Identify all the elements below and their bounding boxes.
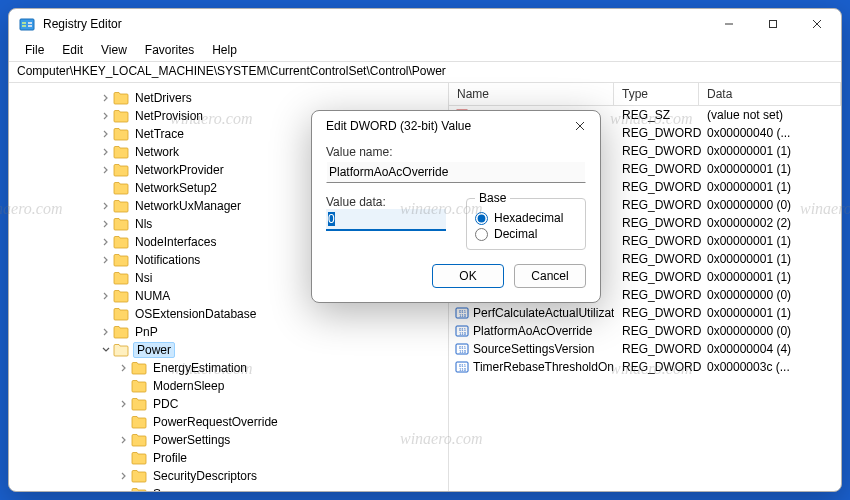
chevron-right-icon[interactable] xyxy=(99,328,113,336)
chevron-right-icon[interactable] xyxy=(99,238,113,246)
tree-item-securitydescriptors[interactable]: SecurityDescriptors xyxy=(9,467,448,485)
ok-button[interactable]: OK xyxy=(432,264,504,288)
menu-file[interactable]: File xyxy=(17,41,52,59)
folder-icon xyxy=(131,451,147,465)
value-type: REG_DWORD xyxy=(614,180,699,194)
chevron-down-icon[interactable] xyxy=(99,346,113,354)
chevron-right-icon[interactable] xyxy=(99,130,113,138)
chevron-right-icon[interactable] xyxy=(117,364,131,372)
dialog-close-button[interactable] xyxy=(566,114,594,138)
value-row[interactable]: 011110TimerRebaseThresholdOnDr...REG_DWO… xyxy=(449,358,841,376)
value-data-input[interactable] xyxy=(326,209,446,231)
tree-item-sync[interactable]: Sync xyxy=(9,485,448,491)
chevron-right-icon[interactable] xyxy=(117,400,131,408)
tree-item-label: Notifications xyxy=(133,253,202,267)
tree-item-label: PnP xyxy=(133,325,160,339)
value-type: REG_DWORD xyxy=(614,288,699,302)
binary-value-icon: 011110 xyxy=(455,342,469,356)
minimize-button[interactable] xyxy=(707,10,751,38)
tree-item-energyestimation[interactable]: EnergyEstimation xyxy=(9,359,448,377)
value-data: 0x00000000 (0) xyxy=(699,324,841,338)
value-name-label: Value name: xyxy=(326,145,586,159)
value-data: (value not set) xyxy=(699,108,841,122)
folder-icon xyxy=(113,145,129,159)
menu-help[interactable]: Help xyxy=(204,41,245,59)
chevron-right-icon[interactable] xyxy=(99,256,113,264)
value-row[interactable]: 011110SourceSettingsVersionREG_DWORD0x00… xyxy=(449,340,841,358)
folder-icon xyxy=(113,163,129,177)
tree-item-label: NUMA xyxy=(133,289,172,303)
tree-item-pdc[interactable]: PDC xyxy=(9,395,448,413)
value-name: SourceSettingsVersion xyxy=(473,342,594,356)
folder-icon xyxy=(113,217,129,231)
tree-item-profile[interactable]: Profile xyxy=(9,449,448,467)
chevron-right-icon[interactable] xyxy=(99,292,113,300)
tree-item-power[interactable]: Power xyxy=(9,341,448,359)
value-type: REG_SZ xyxy=(614,108,699,122)
value-data: 0x00000001 (1) xyxy=(699,162,841,176)
chevron-right-icon[interactable] xyxy=(117,436,131,444)
value-type: REG_DWORD xyxy=(614,144,699,158)
chevron-right-icon[interactable] xyxy=(99,94,113,102)
chevron-right-icon[interactable] xyxy=(99,112,113,120)
chevron-right-icon[interactable] xyxy=(99,148,113,156)
svg-text:110: 110 xyxy=(459,349,467,354)
tree-item-osextensiondatabase[interactable]: OSExtensionDatabase xyxy=(9,305,448,323)
value-data: 0x00000000 (0) xyxy=(699,198,841,212)
tree-item-modernsleep[interactable]: ModernSleep xyxy=(9,377,448,395)
value-name-field[interactable]: PlatformAoAcOverride xyxy=(326,161,586,183)
folder-icon xyxy=(113,91,129,105)
col-name-header[interactable]: Name xyxy=(449,83,614,105)
maximize-button[interactable] xyxy=(751,10,795,38)
svg-text:110: 110 xyxy=(459,367,467,372)
close-button[interactable] xyxy=(795,10,839,38)
chevron-right-icon[interactable] xyxy=(99,202,113,210)
tree-item-powerrequestoverride[interactable]: PowerRequestOverride xyxy=(9,413,448,431)
folder-icon xyxy=(113,307,129,321)
value-data: 0x00000001 (1) xyxy=(699,306,841,320)
svg-text:110: 110 xyxy=(459,331,467,336)
menubar: File Edit View Favorites Help xyxy=(9,39,841,61)
tree-item-pnp[interactable]: PnP xyxy=(9,323,448,341)
tree-item-label: NetworkSetup2 xyxy=(133,181,219,195)
folder-icon xyxy=(113,253,129,267)
folder-icon xyxy=(113,289,129,303)
value-row[interactable]: 011110PlatformAoAcOverrideREG_DWORD0x000… xyxy=(449,322,841,340)
titlebar: Registry Editor xyxy=(9,9,841,39)
value-type: REG_DWORD xyxy=(614,234,699,248)
menu-edit[interactable]: Edit xyxy=(54,41,91,59)
tree-item-label: OSExtensionDatabase xyxy=(133,307,258,321)
value-data: 0x00000001 (1) xyxy=(699,180,841,194)
folder-icon xyxy=(131,379,147,393)
folder-icon xyxy=(113,181,129,195)
chevron-right-icon[interactable] xyxy=(117,472,131,480)
radio-hex-label: Hexadecimal xyxy=(494,211,563,225)
chevron-right-icon[interactable] xyxy=(99,166,113,174)
radio-hex[interactable] xyxy=(475,212,488,225)
col-data-header[interactable]: Data xyxy=(699,83,841,105)
col-type-header[interactable]: Type xyxy=(614,83,699,105)
value-type: REG_DWORD xyxy=(614,198,699,212)
chevron-right-icon[interactable] xyxy=(99,220,113,228)
cancel-button[interactable]: Cancel xyxy=(514,264,586,288)
folder-icon xyxy=(113,127,129,141)
radio-dec[interactable] xyxy=(475,228,488,241)
tree-item-label: Network xyxy=(133,145,181,159)
tree-item-netdrivers[interactable]: NetDrivers xyxy=(9,89,448,107)
tree-item-label: NetDrivers xyxy=(133,91,194,105)
value-type: REG_DWORD xyxy=(614,162,699,176)
folder-icon xyxy=(113,235,129,249)
address-bar[interactable]: Computer\HKEY_LOCAL_MACHINE\SYSTEM\Curre… xyxy=(9,61,841,83)
menu-view[interactable]: View xyxy=(93,41,135,59)
tree-item-powersettings[interactable]: PowerSettings xyxy=(9,431,448,449)
value-type: REG_DWORD xyxy=(614,342,699,356)
binary-value-icon: 011110 xyxy=(455,324,469,338)
menu-favorites[interactable]: Favorites xyxy=(137,41,202,59)
tree-item-label: SecurityDescriptors xyxy=(151,469,259,483)
value-row[interactable]: 011110PerfCalculateActualUtilizationREG_… xyxy=(449,304,841,322)
value-data-label: Value data: xyxy=(326,195,446,209)
value-data: 0x00000001 (1) xyxy=(699,234,841,248)
folder-icon xyxy=(113,343,129,357)
folder-icon xyxy=(113,109,129,123)
tree-item-label: EnergyEstimation xyxy=(151,361,249,375)
